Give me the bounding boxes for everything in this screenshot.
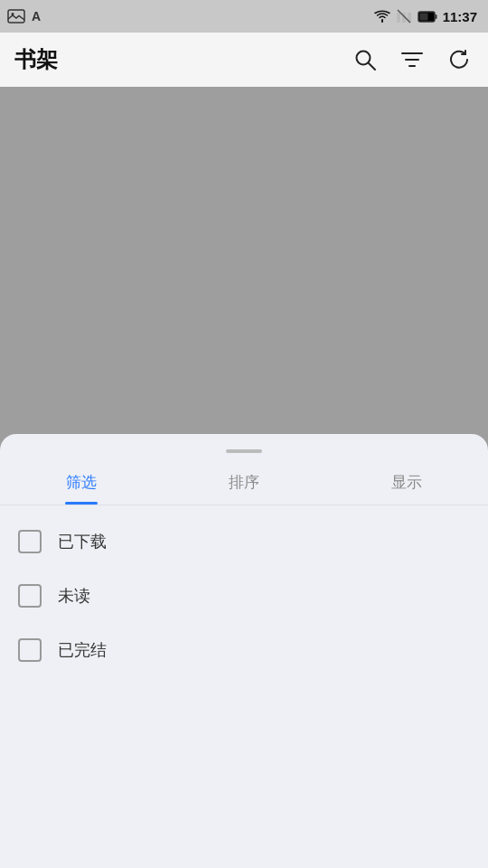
search-button[interactable]	[351, 45, 380, 74]
svg-point-10	[357, 52, 371, 65]
filter-item-finished[interactable]: 已完结	[18, 623, 470, 677]
sheet-tabs: 筛选 排序 显示	[0, 459, 488, 505]
tab-sort[interactable]: 排序	[163, 459, 325, 505]
app-bar-actions	[351, 45, 474, 74]
checkbox-downloaded[interactable]	[18, 530, 42, 553]
filter-label-unread: 未读	[58, 585, 90, 607]
filter-label-downloaded: 已下载	[58, 531, 107, 552]
main-content	[0, 87, 488, 434]
filter-options: 已下载 未读 已完结	[0, 505, 488, 686]
tab-sort-label: 排序	[229, 472, 259, 493]
checkbox-unread[interactable]	[18, 584, 42, 608]
tab-filter[interactable]: 筛选	[0, 459, 163, 505]
tab-display-label: 显示	[391, 472, 422, 493]
svg-text:A: A	[32, 9, 41, 24]
tab-display[interactable]: 显示	[325, 459, 488, 505]
filter-button[interactable]	[398, 45, 427, 74]
battery-icon	[418, 11, 437, 23]
image-status-icon	[7, 9, 25, 24]
font-status-icon: A	[31, 9, 47, 24]
status-bar-left: A	[7, 9, 47, 24]
wifi-icon	[374, 10, 390, 23]
svg-rect-8	[435, 14, 436, 19]
refresh-button[interactable]	[445, 45, 474, 74]
filter-item-unread[interactable]: 未读	[18, 569, 470, 623]
filter-item-downloaded[interactable]: 已下载	[18, 514, 470, 569]
svg-rect-9	[419, 13, 427, 20]
filter-label-finished: 已完结	[58, 639, 107, 661]
svg-rect-3	[397, 13, 400, 23]
svg-line-11	[369, 63, 375, 70]
signal-icon	[396, 9, 412, 24]
drag-handle	[226, 449, 262, 453]
status-bar: A	[0, 0, 488, 33]
status-bar-right: 11:37	[374, 9, 477, 24]
drag-handle-area	[0, 434, 488, 459]
app-bar: 书架	[0, 33, 488, 87]
tab-filter-label: 筛选	[66, 472, 97, 493]
checkbox-finished[interactable]	[18, 638, 42, 662]
bottom-sheet: 筛选 排序 显示 已下载 未读 已完结	[0, 434, 488, 868]
app-bar-title: 书架	[14, 45, 351, 74]
status-time: 11:37	[443, 9, 477, 24]
tab-filter-underline	[65, 502, 98, 505]
